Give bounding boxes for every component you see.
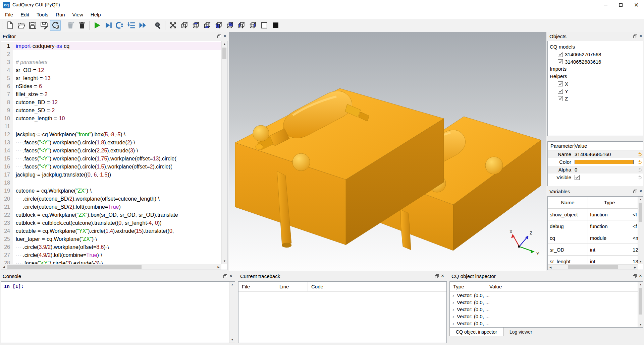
new-script-button[interactable] <box>4 20 15 31</box>
code-line[interactable]: 4sr_OD·=·12 <box>1 66 221 74</box>
objects-float-icon[interactable] <box>633 34 637 38</box>
code-area[interactable]: 1import·cadquery·as·cq23# parameters4sr_… <box>1 41 221 264</box>
checkbox-checked-icon[interactable] <box>558 81 563 86</box>
view-top-button[interactable] <box>190 20 201 31</box>
minimize-button[interactable] <box>598 0 613 10</box>
console-vscrollbar[interactable]: ▲ ▼ <box>229 282 235 343</box>
code-line[interactable]: 11 <box>1 123 221 131</box>
code-line[interactable]: 27····.circle(4.9/2).loft(combine=True)·… <box>1 251 221 259</box>
scroll-down-icon[interactable]: ▼ <box>222 258 227 264</box>
variables-vscroll-thumb[interactable] <box>639 203 642 222</box>
inspector-row[interactable]: ›Vector: (0.0, ... <box>450 313 643 320</box>
code-line[interactable]: 13····.faces("<Y").workplane().circle(1.… <box>1 139 221 147</box>
scroll-down-icon[interactable]: ▼ <box>638 322 643 327</box>
code-line[interactable]: 1import·cadquery·as·cq <box>1 42 221 50</box>
objects-group-cq-models[interactable]: CQ models <box>548 43 643 51</box>
object-item[interactable]: 3140652707568 <box>548 51 643 58</box>
step-next-button[interactable] <box>126 20 137 31</box>
undo-button[interactable] <box>636 152 643 157</box>
3d-viewport[interactable]: X Z Y <box>229 32 546 271</box>
checkbox-checked-icon[interactable] <box>558 89 563 94</box>
object-item[interactable]: Y <box>548 87 643 95</box>
code-line[interactable]: 25luer_taper·=·cq.Workplane("ZX")·\ <box>1 235 221 243</box>
code-line[interactable]: 16····.faces("<Y").workplane().circle(1.… <box>1 163 221 171</box>
scroll-left-icon[interactable]: ◀ <box>1 264 7 270</box>
property-value[interactable] <box>575 175 636 180</box>
code-line[interactable]: 18 <box>1 179 221 187</box>
view-bottom-button[interactable] <box>202 20 212 31</box>
view-left-button[interactable] <box>236 20 247 31</box>
editor-hscrollbar[interactable]: ◀ ▶ <box>1 264 221 270</box>
open-button[interactable] <box>16 20 26 31</box>
variable-row[interactable]: show_objectfunction<f <box>548 209 643 220</box>
code-line[interactable]: 8cutcone_BD·=·12 <box>1 98 221 107</box>
objects-close-icon[interactable]: × <box>639 33 642 39</box>
checkbox-checked-icon[interactable] <box>575 175 580 180</box>
tab-cq-object-inspector[interactable]: CQ object inspector <box>449 328 503 336</box>
chevron-right-icon[interactable]: › <box>452 321 454 326</box>
code-line[interactable]: 17jackplug·=·jackplug.translate((0,·6,·1… <box>1 171 221 179</box>
inspector-row[interactable]: ›Vector: (0.0, ... <box>450 320 643 327</box>
variables-hscroll-thumb[interactable] <box>568 265 618 269</box>
editor-float-icon[interactable] <box>217 34 221 38</box>
editor-close-icon[interactable]: × <box>223 33 226 39</box>
property-value[interactable]: 3140646685160 <box>575 151 636 157</box>
console-float-icon[interactable] <box>223 274 227 278</box>
scroll-up-icon[interactable]: ▲ <box>229 282 235 287</box>
view-front-button[interactable] <box>213 20 224 31</box>
variable-row[interactable]: sr_ODint12 <box>548 244 643 256</box>
object-item[interactable]: X <box>548 80 643 87</box>
scroll-up-icon[interactable]: ▲ <box>222 41 227 47</box>
code-line[interactable]: 6nSides·=·6 <box>1 82 221 90</box>
inspector-row[interactable]: ›Vector: (0.0, ... <box>450 299 643 306</box>
tab-log-viewer[interactable]: Log viewer <box>503 328 538 336</box>
step-button[interactable] <box>114 20 125 31</box>
variables-float-icon[interactable] <box>633 190 637 193</box>
shaded-button[interactable] <box>270 20 281 31</box>
inspector-row[interactable]: ›Vector: (0.0, ... <box>450 292 643 299</box>
code-line[interactable]: 7fillet_size·=·2 <box>1 90 221 98</box>
inspector-row[interactable]: ›Vector: (0.0, ... <box>450 306 643 313</box>
console-panel[interactable]: In [1]: ▲ ▼ <box>1 281 235 343</box>
scroll-up-icon[interactable]: ▲ <box>638 197 643 202</box>
view-back-button[interactable] <box>224 20 235 31</box>
checkbox-checked-icon[interactable] <box>558 59 563 64</box>
undo-button[interactable] <box>636 159 643 164</box>
code-line[interactable]: 10cutcone_length·=·10 <box>1 115 221 123</box>
code-line[interactable]: 22cutblock·=·cq.Workplane("ZX").box(sr_O… <box>1 211 221 219</box>
traceback-close-icon[interactable]: × <box>441 273 444 279</box>
variables-close-icon[interactable]: × <box>639 189 642 194</box>
inspector-vscroll-thumb[interactable] <box>639 288 642 315</box>
inspector-close-icon[interactable]: × <box>639 273 642 279</box>
code-line[interactable]: 12jackplug·=·cq.Workplane("front").box(5… <box>1 131 221 139</box>
delete-button[interactable] <box>76 20 87 31</box>
view-iso-button[interactable] <box>179 20 190 31</box>
chevron-right-icon[interactable]: › <box>452 314 454 319</box>
chevron-right-icon[interactable]: › <box>452 292 454 298</box>
chevron-right-icon[interactable]: › <box>452 299 454 305</box>
code-line[interactable]: 23cutblock·=·cutblock.cut(cutcone).trans… <box>1 219 221 227</box>
render-button[interactable] <box>92 20 102 31</box>
chevron-right-icon[interactable]: › <box>452 306 454 312</box>
checkbox-checked-icon[interactable] <box>558 52 563 57</box>
menu-run[interactable]: Run <box>52 10 69 19</box>
save-as-button[interactable] <box>39 20 49 31</box>
debug-button[interactable] <box>103 20 114 31</box>
code-line[interactable]: 28····.faces("<Y").circle(3).extrude(-3)… <box>1 259 221 264</box>
objects-group-helpers[interactable]: Helpers <box>548 73 643 80</box>
code-line[interactable]: 3# parameters <box>1 58 221 66</box>
code-line[interactable]: 9cutcone_SD·=·2 <box>1 107 221 115</box>
scroll-right-icon[interactable]: ▶ <box>216 264 221 270</box>
clean-button[interactable] <box>65 20 76 31</box>
close-button[interactable]: ✕ <box>629 0 644 10</box>
console-close-icon[interactable]: × <box>229 273 232 279</box>
menu-file[interactable]: File <box>1 10 17 19</box>
view-right-button[interactable] <box>247 20 258 31</box>
property-value[interactable] <box>575 160 636 164</box>
scroll-down-icon[interactable]: ▼ <box>638 259 643 264</box>
code-line[interactable]: 2 <box>1 50 221 58</box>
traceback-float-icon[interactable] <box>435 274 439 278</box>
code-line[interactable]: 20····.circle(cutcone_BD/2).workplane(of… <box>1 195 221 203</box>
code-line[interactable]: 14····.faces("<Y").workplane().circle(2.… <box>1 147 221 155</box>
scroll-right-icon[interactable]: ▶ <box>632 265 638 270</box>
